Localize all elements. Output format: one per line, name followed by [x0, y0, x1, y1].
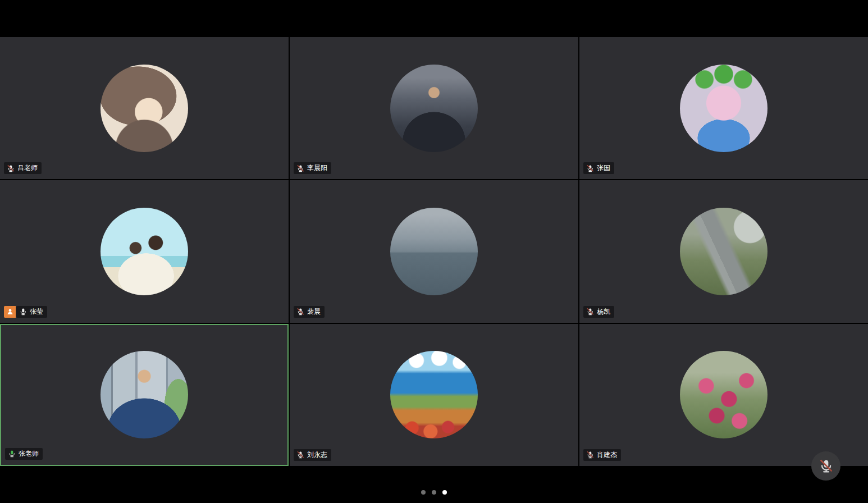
avatar [100, 208, 188, 295]
name-plate: 杨凯 [583, 306, 614, 318]
name-plate: 李晨阳 [294, 162, 331, 174]
participant-tile-xiao-jianjie[interactable]: 肖建杰 [579, 324, 868, 466]
person-badge-icon [4, 306, 16, 318]
microphone-mute-button[interactable] [811, 451, 840, 481]
participant-tile-zhang-guo[interactable]: 张国 [579, 37, 868, 179]
page-dot-3[interactable] [442, 490, 447, 495]
avatar [680, 65, 768, 152]
mic-muted-icon [296, 308, 304, 315]
name-plate: 张莹 [4, 306, 47, 318]
participant-tile-pei-chen[interactable]: 裴晨 [290, 180, 578, 322]
mic-muted-icon [7, 164, 15, 172]
name-plate: 张国 [583, 162, 614, 174]
mic-muted-icon [586, 451, 594, 459]
page-dot-1[interactable] [421, 490, 426, 495]
name-plate: 张老师 [5, 448, 43, 460]
avatar [100, 65, 188, 152]
participant-tile-liu-yongzhi[interactable]: 刘永志 [290, 324, 578, 466]
meeting-window: 吕老师 李晨阳 张国 [0, 0, 868, 503]
participant-tile-li-chenyang[interactable]: 李晨阳 [290, 37, 578, 179]
participant-name: 李晨阳 [307, 162, 327, 174]
participant-name: 张莹 [30, 306, 43, 318]
name-plate: 肖建杰 [583, 449, 621, 461]
participant-name: 肖建杰 [597, 449, 617, 461]
avatar [390, 351, 478, 438]
mic-muted-icon [586, 308, 594, 315]
participant-name: 张国 [597, 162, 610, 174]
avatar [390, 65, 478, 152]
participant-name: 张老师 [19, 448, 39, 460]
participant-name: 吕老师 [17, 162, 38, 174]
participant-tile-lv-laoshi[interactable]: 吕老师 [0, 37, 289, 179]
participant-tile-zhang-laoshi[interactable]: 张老师 [0, 324, 289, 466]
mic-muted-icon [586, 164, 594, 172]
participant-name: 杨凯 [597, 306, 610, 318]
mic-muted-icon [819, 459, 833, 473]
page-dot-2[interactable] [432, 490, 436, 495]
name-plate: 吕老师 [4, 162, 42, 174]
participant-tile-yang-kai[interactable]: 杨凯 [579, 180, 868, 322]
name-plate: 裴晨 [294, 306, 325, 318]
avatar [680, 351, 768, 438]
avatar [100, 351, 188, 438]
page-indicator [0, 488, 868, 496]
mic-on-icon [19, 308, 27, 315]
participant-name: 裴晨 [307, 306, 321, 318]
mic-speaking-icon [8, 450, 16, 458]
mic-muted-icon [296, 451, 304, 459]
participant-tile-zhang-ying[interactable]: 张莹 [0, 180, 289, 322]
participant-name: 刘永志 [307, 449, 327, 461]
participant-grid: 吕老师 李晨阳 张国 [0, 37, 868, 466]
avatar [390, 208, 478, 295]
avatar [680, 208, 768, 295]
mic-muted-icon [296, 164, 304, 172]
name-plate: 刘永志 [294, 449, 331, 461]
